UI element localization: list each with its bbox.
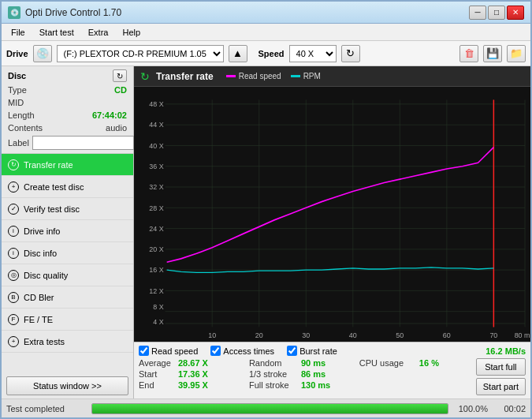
svg-text:24 X: 24 X: [149, 223, 164, 233]
svg-text:40 X: 40 X: [149, 140, 164, 150]
nav-transfer-rate[interactable]: ↻ Transfer rate: [2, 154, 133, 176]
end-label: End: [139, 380, 175, 390]
stat-group-cpu: CPU usage 16 %: [359, 358, 470, 395]
svg-text:20 X: 20 X: [149, 245, 164, 254]
stat-cpu: CPU usage 16 %: [359, 358, 470, 368]
end-value: 39.95 X: [178, 380, 219, 390]
nav-extra-tests[interactable]: + Extra tests: [2, 331, 133, 353]
maximize-button[interactable]: □: [488, 6, 505, 20]
disc-refresh-btn[interactable]: ↻: [113, 69, 127, 82]
legend-read-speed-color: [226, 75, 236, 77]
speed-select[interactable]: 40 X: [289, 45, 337, 62]
label-input[interactable]: [32, 136, 134, 150]
nav-disc-quality-label: Disc quality: [24, 271, 68, 280]
svg-text:60: 60: [443, 330, 451, 339]
menu-start-test[interactable]: Start test: [33, 26, 80, 39]
drive-info-icon: i: [8, 226, 19, 237]
erase-button[interactable]: 🗑: [459, 45, 478, 62]
menu-file[interactable]: File: [5, 26, 32, 39]
random-label: Random: [249, 358, 298, 368]
length-label: Length: [8, 109, 35, 122]
drivebar: Drive 💿 (F:) PLEXTOR CD-R PREMIUM 1.05 ▲…: [2, 41, 530, 66]
read-speed-checkbox[interactable]: [139, 346, 149, 356]
mid-label: MID: [8, 96, 24, 109]
nav-extra-tests-label: Extra tests: [24, 337, 65, 346]
app-icon: 💿: [8, 6, 20, 19]
verify-icon: ✓: [8, 204, 19, 215]
stroke1-label: 1/3 stroke: [249, 369, 298, 379]
progress-text: 100.0%: [455, 404, 488, 413]
titlebar-buttons: ─ □ ✕: [469, 6, 524, 20]
extra-tests-icon: +: [8, 336, 19, 347]
create-test-disc-icon: +: [8, 181, 19, 193]
disc-header-label: Disc: [8, 71, 26, 80]
checkbox-burst-rate[interactable]: Burst rate: [287, 346, 337, 356]
nav-verify-test-disc[interactable]: ✓ Verify test disc: [2, 198, 133, 220]
burn-button[interactable]: 💾: [483, 45, 502, 62]
nav-disc-info[interactable]: i Disc info: [2, 242, 133, 264]
burst-rate-checkbox[interactable]: [287, 346, 297, 356]
chart-svg: 48 X 44 X 40 X 36 X 32 X 28 X 24 X 20 X …: [134, 87, 530, 342]
start-part-button[interactable]: Start part: [476, 378, 526, 395]
nav-cd-bler-label: CD Bler: [24, 293, 54, 302]
nav-fe-te[interactable]: F FE / TE: [2, 309, 133, 331]
stat-start: Start 17.36 X: [139, 369, 249, 379]
stats-row: Average 28.67 X Start 17.36 X End 39.95 …: [139, 358, 526, 395]
svg-text:10: 10: [208, 330, 216, 339]
drive-label: Drive: [6, 49, 28, 58]
status-text: Test completed: [6, 404, 85, 413]
nav-transfer-rate-label: Transfer rate: [24, 160, 73, 170]
save-button[interactable]: 📁: [507, 45, 526, 62]
type-label: Type: [8, 84, 27, 96]
disc-info-icon: i: [8, 248, 19, 259]
speed-label: Speed: [259, 49, 285, 58]
refresh-button[interactable]: ↻: [341, 45, 360, 62]
svg-text:44 X: 44 X: [149, 120, 164, 129]
start-full-button[interactable]: Start full: [476, 358, 526, 376]
cd-bler-icon: B: [8, 292, 19, 303]
svg-text:48 X: 48 X: [149, 99, 164, 109]
progress-bar-fill: [92, 404, 448, 413]
menubar: File Start test Extra Help: [2, 24, 530, 41]
svg-text:30: 30: [302, 330, 310, 339]
sidebar-nav: ↻ Transfer rate + Create test disc ✓ Ver…: [2, 154, 133, 353]
eject-button[interactable]: ▲: [229, 45, 247, 62]
minimize-button[interactable]: ─: [469, 6, 486, 20]
drive-select[interactable]: (F:) PLEXTOR CD-R PREMIUM 1.05: [57, 45, 224, 62]
nav-disc-info-label: Disc info: [24, 249, 57, 258]
random-value: 90 ms: [301, 358, 336, 368]
access-times-checkbox[interactable]: [210, 346, 221, 356]
disc-panel: Disc ↻ Type CD MID Length 67:44:02 Conte…: [2, 66, 133, 154]
stat-full-stroke: Full stroke 130 ms: [249, 380, 359, 390]
svg-text:40: 40: [349, 330, 357, 339]
full-stroke-label: Full stroke: [249, 380, 298, 390]
average-value: 28.67 X: [178, 358, 219, 368]
checkbox-access-times[interactable]: Access times: [210, 346, 274, 356]
svg-text:12 X: 12 X: [149, 286, 164, 295]
checkbox-read-speed[interactable]: Read speed: [139, 346, 198, 356]
nav-drive-info-label: Drive info: [24, 226, 60, 236]
nav-cd-bler[interactable]: B CD Bler: [2, 286, 133, 309]
disc-quality-icon: ◎: [8, 270, 19, 281]
stat-random: Random 90 ms: [249, 358, 359, 368]
nav-drive-info[interactable]: i Drive info: [2, 220, 133, 242]
legend-rpm: RPM: [291, 72, 321, 80]
length-value: 67:44:02: [92, 109, 127, 122]
drive-icon-btn[interactable]: 💿: [33, 45, 52, 62]
legend-rpm-color: [291, 75, 300, 77]
status-window-button[interactable]: Status window >>: [6, 376, 128, 395]
close-button[interactable]: ✕: [507, 6, 524, 20]
menu-help[interactable]: Help: [116, 26, 147, 39]
cpu-value: 16 %: [419, 358, 439, 368]
chart-icon: ↻: [140, 70, 150, 83]
cpu-label: CPU usage: [359, 358, 416, 368]
contents-label: Contents: [8, 122, 43, 134]
window-title: Opti Drive Control 1.70: [25, 7, 121, 18]
nav-create-test-disc[interactable]: + Create test disc: [2, 176, 133, 198]
svg-text:20: 20: [255, 330, 263, 339]
nav-disc-quality[interactable]: ◎ Disc quality: [2, 264, 133, 286]
svg-text:16 X: 16 X: [149, 265, 164, 275]
average-label: Average: [139, 358, 175, 368]
svg-text:8 X: 8 X: [153, 302, 164, 312]
menu-extra[interactable]: Extra: [82, 26, 115, 39]
